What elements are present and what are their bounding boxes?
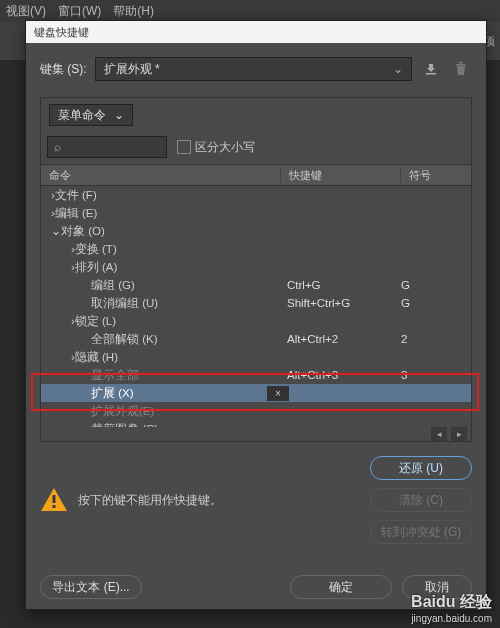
keyboard-shortcuts-dialog: 键盘快捷键 键集 (S): 扩展外观 * ⌄ 菜单命令 ⌄ ⌕ 区分大 — [25, 20, 487, 610]
set-label: 键集 (S): — [40, 61, 87, 78]
menu-view[interactable]: 视图(V) — [6, 3, 46, 20]
tree-item-expand-selected[interactable]: 扩展 (X) × — [41, 384, 471, 402]
clear-button: 清除 (C) — [370, 488, 472, 512]
dialog-title: 键盘快捷键 — [34, 25, 89, 40]
tree-item-transform[interactable]: 变换 (T) — [75, 242, 117, 257]
revert-button[interactable]: 还原 (U) — [370, 456, 472, 480]
shortcut-table-area: 菜单命令 ⌄ ⌕ 区分大小写 命令 快捷键 符号 ›文件 (F) ›编辑 (E)… — [40, 97, 472, 442]
command-tree[interactable]: ›文件 (F) ›编辑 (E) ⌄对象 (O) ›变换 (T) ›排列 (A) … — [41, 186, 471, 427]
ok-button[interactable]: 确定 — [290, 575, 392, 599]
col-shortcut: 快捷键 — [281, 168, 401, 183]
goto-conflict-button: 转到冲突处 (G) — [370, 520, 472, 544]
scroll-controls: ◂ ▸ — [41, 427, 471, 441]
checkbox-icon — [177, 140, 191, 154]
tree-item-ungroup[interactable]: 取消编组 (U) — [91, 296, 158, 311]
col-command: 命令 — [41, 168, 281, 183]
scroll-left-icon[interactable]: ◂ — [431, 427, 447, 441]
warning-text: 按下的键不能用作快捷键。 — [78, 492, 222, 509]
chevron-down-icon: ⌄ — [51, 224, 61, 238]
search-icon: ⌕ — [54, 140, 61, 154]
dialog-titlebar: 键盘快捷键 — [26, 21, 486, 43]
delete-set-icon[interactable] — [450, 58, 472, 80]
tree-item-show-all[interactable]: 显示全部 — [91, 368, 139, 383]
set-value: 扩展外观 * — [104, 61, 160, 78]
save-set-icon[interactable] — [420, 58, 442, 80]
clear-shortcut-icon[interactable]: × — [267, 386, 289, 401]
tree-item-arrange[interactable]: 排列 (A) — [75, 260, 118, 275]
app-menubar: 视图(V) 窗口(W) 帮助(H) — [0, 0, 500, 22]
tree-item-group[interactable]: 编组 (G) — [91, 278, 135, 293]
watermark: Baidu 经验 jingyan.baidu.com — [411, 592, 492, 624]
tree-item-edit[interactable]: 编辑 (E) — [55, 206, 98, 221]
export-text-button[interactable]: 导出文本 (E)... — [40, 575, 142, 599]
warning-icon — [40, 486, 68, 514]
set-dropdown[interactable]: 扩展外观 * ⌄ — [95, 57, 412, 81]
svg-rect-0 — [426, 73, 436, 75]
tree-item-file[interactable]: 文件 (F) — [55, 188, 97, 203]
category-dropdown[interactable]: 菜单命令 ⌄ — [49, 104, 133, 126]
tree-item-object[interactable]: 对象 (O) — [61, 224, 105, 239]
chevron-down-icon: ⌄ — [114, 108, 124, 122]
col-symbol: 符号 — [401, 168, 471, 183]
menu-window[interactable]: 窗口(W) — [58, 3, 101, 20]
scroll-right-icon[interactable]: ▸ — [451, 427, 467, 441]
table-header: 命令 快捷键 符号 — [41, 164, 471, 186]
svg-rect-2 — [53, 505, 56, 508]
tree-item-hide[interactable]: 隐藏 (H) — [75, 350, 118, 365]
case-sensitive-checkbox[interactable]: 区分大小写 — [177, 139, 255, 156]
tree-item-unlock-all[interactable]: 全部解锁 (K) — [91, 332, 158, 347]
menu-help[interactable]: 帮助(H) — [113, 3, 154, 20]
search-input[interactable]: ⌕ — [47, 136, 167, 158]
tree-item-expand-appearance[interactable]: 扩展外观(E) — [91, 404, 154, 419]
chevron-down-icon: ⌄ — [393, 62, 403, 76]
svg-rect-1 — [53, 495, 56, 503]
tree-item-lock[interactable]: 锁定 (L) — [75, 314, 116, 329]
